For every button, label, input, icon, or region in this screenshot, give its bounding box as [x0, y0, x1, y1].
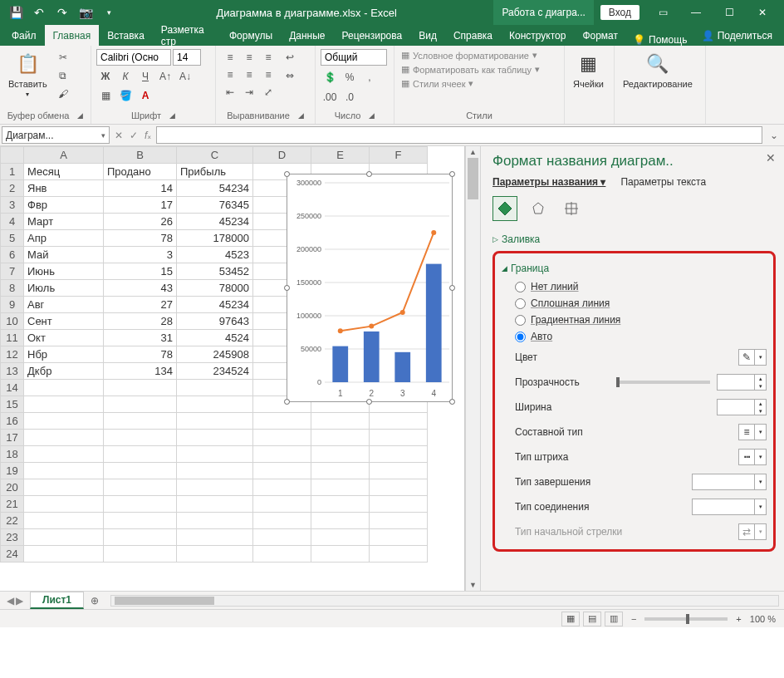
cell-C3[interactable]: 76345: [177, 197, 253, 214]
font-color-icon[interactable]: A: [136, 87, 154, 104]
align-bottom-icon[interactable]: ≡: [259, 49, 277, 66]
horizontal-scrollbar[interactable]: [110, 595, 779, 607]
sheet-nav-next-icon[interactable]: ▶: [16, 595, 23, 607]
radio-solid-line-label[interactable]: Сплошная линия: [531, 297, 610, 309]
cell-A5[interactable]: Апр: [24, 230, 104, 247]
tab-chart-design[interactable]: Конструктор: [501, 25, 574, 46]
cell-B2[interactable]: 14: [104, 180, 177, 197]
name-box[interactable]: Диаграм...▾: [2, 126, 110, 144]
minimize-icon[interactable]: —: [679, 0, 713, 25]
radio-auto-label[interactable]: Авто: [531, 331, 552, 342]
cell-C21[interactable]: [177, 496, 253, 513]
cell-A23[interactable]: [24, 529, 104, 546]
cell-B3[interactable]: 17: [104, 197, 177, 214]
cut-icon[interactable]: ✂: [54, 49, 72, 66]
cell-D16[interactable]: [253, 413, 311, 430]
tell-me-search[interactable]: 💡Помощь: [626, 34, 693, 46]
chart-handle-icon[interactable]: [284, 399, 290, 405]
chart-plot-area[interactable]: 0500001000001500002000002500003000001234: [287, 174, 452, 401]
cell-D18[interactable]: [253, 446, 311, 463]
cell-A18[interactable]: [24, 446, 104, 463]
cell-B24[interactable]: [104, 546, 177, 563]
ribbon-display-options-icon[interactable]: ▭: [646, 0, 679, 25]
cell-C18[interactable]: [177, 446, 253, 463]
bold-icon[interactable]: Ж: [96, 68, 115, 85]
cell-C23[interactable]: [177, 529, 253, 546]
cell-C5[interactable]: 178000: [177, 230, 253, 247]
maximize-icon[interactable]: ☐: [713, 0, 746, 25]
tab-view[interactable]: Вид: [410, 25, 445, 46]
zoom-in-icon[interactable]: +: [736, 614, 741, 624]
decrease-indent-icon[interactable]: ⇤: [221, 84, 239, 101]
begin-arrow-select[interactable]: ⇄▾: [738, 523, 767, 540]
cell-B18[interactable]: [104, 446, 177, 463]
chart-handle-icon[interactable]: [284, 171, 290, 177]
tab-help[interactable]: Справка: [445, 25, 501, 46]
pane-subtab-text[interactable]: Параметры текста: [620, 176, 706, 188]
cell-F16[interactable]: [370, 413, 428, 430]
radio-no-line[interactable]: [515, 282, 526, 292]
tab-page-layout[interactable]: Разметка стр: [153, 25, 221, 46]
align-center-icon[interactable]: ≡: [240, 66, 258, 83]
paste-button[interactable]: 📋Вставить▾: [5, 49, 51, 100]
cell-D19[interactable]: [253, 463, 311, 479]
cell-A8[interactable]: Июль: [24, 280, 104, 297]
cell-C24[interactable]: [177, 546, 253, 563]
cell-C8[interactable]: 78000: [177, 280, 253, 297]
cell-C10[interactable]: 97643: [177, 313, 253, 330]
cell-B21[interactable]: [104, 496, 177, 513]
cell-A3[interactable]: Фвр: [24, 197, 104, 214]
cell-A22[interactable]: [24, 513, 104, 529]
cell-C20[interactable]: [177, 479, 253, 496]
align-right-icon[interactable]: ≡: [259, 66, 277, 83]
cell-styles-button[interactable]: ▦ Стили ячеек ▾: [399, 77, 541, 90]
pane-subtab-options[interactable]: Параметры названия ▾: [492, 176, 605, 188]
normal-view-icon[interactable]: ▦: [561, 612, 580, 626]
enter-formula-icon[interactable]: ✓: [130, 130, 138, 141]
cell-E16[interactable]: [311, 413, 370, 430]
cell-A17[interactable]: [24, 430, 104, 446]
chart-handle-icon[interactable]: [366, 171, 372, 177]
cell-C4[interactable]: 45234: [177, 214, 253, 230]
tab-data[interactable]: Данные: [281, 25, 333, 46]
editing-button[interactable]: 🔍Редактирование: [620, 49, 696, 91]
cell-A10[interactable]: Сент: [24, 313, 104, 330]
cell-B11[interactable]: 31: [104, 330, 177, 346]
cell-D22[interactable]: [253, 513, 311, 529]
pane-close-icon[interactable]: ✕: [766, 151, 776, 165]
cell-B19[interactable]: [104, 463, 177, 479]
tab-insert[interactable]: Вставка: [99, 25, 153, 46]
chart-handle-icon[interactable]: [449, 171, 455, 177]
cell-E21[interactable]: [311, 496, 370, 513]
cell-B13[interactable]: 134: [104, 363, 177, 380]
chart-handle-icon[interactable]: [449, 399, 455, 405]
align-left-icon[interactable]: ≡: [221, 66, 239, 83]
tab-chart-format[interactable]: Формат: [574, 25, 626, 46]
cell-A21[interactable]: [24, 496, 104, 513]
qat-customize-icon[interactable]: ▾: [98, 2, 120, 23]
cell-D17[interactable]: [253, 430, 311, 446]
decrease-decimal-icon[interactable]: .0: [341, 89, 359, 106]
cell-C7[interactable]: 53452: [177, 263, 253, 280]
increase-indent-icon[interactable]: ⇥: [240, 84, 258, 101]
fill-color-icon[interactable]: 🪣: [116, 87, 135, 104]
cell-A15[interactable]: [24, 396, 104, 413]
cell-E24[interactable]: [311, 546, 370, 563]
orientation-icon[interactable]: ⤢: [259, 84, 277, 101]
font-name-select[interactable]: [96, 49, 171, 66]
increase-font-icon[interactable]: A↑: [156, 68, 174, 85]
cell-E22[interactable]: [311, 513, 370, 529]
page-break-view-icon[interactable]: ▥: [605, 612, 623, 626]
vertical-scrollbar[interactable]: ▲ ▼: [465, 146, 480, 591]
cell-B8[interactable]: 43: [104, 280, 177, 297]
cell-B6[interactable]: 3: [104, 247, 177, 263]
cell-B10[interactable]: 28: [104, 313, 177, 330]
cell-D20[interactable]: [253, 479, 311, 496]
cell-E20[interactable]: [311, 479, 370, 496]
cell-A14[interactable]: [24, 380, 104, 396]
increase-decimal-icon[interactable]: .00: [321, 89, 339, 106]
cell-B4[interactable]: 26: [104, 214, 177, 230]
chart-handle-icon[interactable]: [449, 285, 455, 291]
cell-A16[interactable]: [24, 413, 104, 430]
alignment-dialog-launcher-icon[interactable]: ◢: [298, 111, 304, 120]
